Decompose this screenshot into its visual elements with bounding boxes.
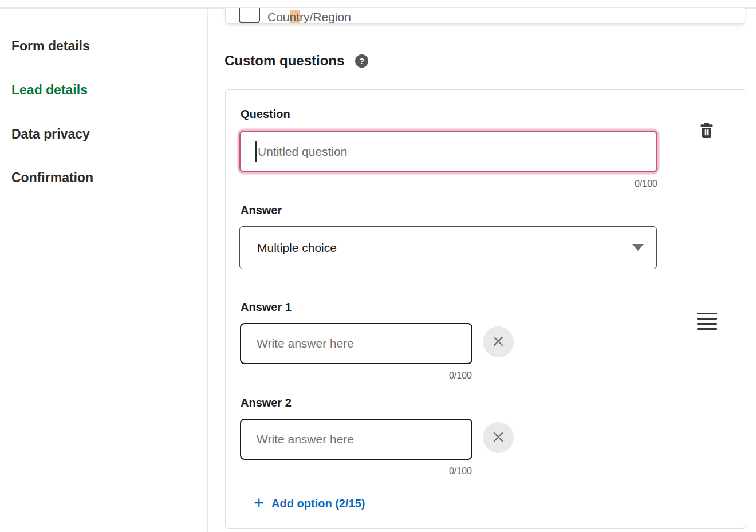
answer2-input[interactable] (240, 419, 472, 460)
drag-handle-icon[interactable] (697, 313, 717, 330)
drag-bar (697, 313, 717, 314)
help-icon[interactable]: ? (355, 54, 368, 68)
chevron-down-icon (632, 244, 644, 251)
sidebar-item-data-privacy[interactable]: Data privacy (11, 127, 90, 141)
sidebar-item-confirmation[interactable]: Confirmation (11, 170, 93, 185)
country-region-checkbox[interactable] (239, 8, 260, 23)
answer-type-dropdown[interactable]: Multiple choice (239, 226, 657, 269)
answer2-label: Answer 2 (241, 396, 292, 409)
answer-type-label: Answer (241, 204, 282, 217)
trash-icon (700, 123, 714, 140)
answer-type-selected-value: Multiple choice (257, 227, 337, 269)
add-option-button[interactable]: + Add option (2/15) (254, 495, 365, 512)
drag-bar (697, 328, 717, 330)
country-region-label: Country/Region (267, 10, 351, 25)
remove-answer2-button[interactable] (483, 422, 514, 453)
question-input[interactable] (239, 131, 657, 172)
answer1-label: Answer 1 (241, 301, 292, 314)
question-label: Question (241, 108, 290, 121)
close-icon (491, 430, 505, 446)
sidebar-item-form-details[interactable]: Form details (11, 38, 90, 53)
drag-bar (697, 323, 717, 325)
text-cursor (255, 141, 257, 162)
answer1-input[interactable] (240, 323, 472, 364)
sidebar-item-lead-details[interactable]: Lead details (11, 82, 88, 97)
search-match-highlight: nt (290, 10, 300, 23)
answer2-char-counter: 0/100 (386, 466, 472, 476)
close-icon (491, 334, 505, 350)
question-char-counter: 0/100 (572, 179, 657, 189)
delete-question-button[interactable] (696, 120, 717, 142)
remove-answer1-button[interactable] (483, 326, 514, 357)
sidebar-divider (207, 7, 208, 532)
section-title: Custom questions (225, 53, 344, 69)
scrolled-field-row-clip: Country/Region (208, 8, 756, 29)
answer1-char-counter: 0/100 (386, 371, 472, 381)
drag-bar (697, 318, 717, 320)
add-option-label: Add option (2/15) (271, 495, 365, 512)
plus-icon: + (254, 495, 264, 512)
